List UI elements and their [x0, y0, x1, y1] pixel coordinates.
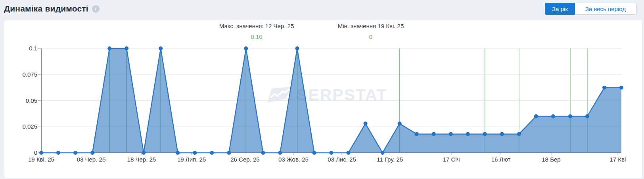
data-point[interactable]	[227, 151, 231, 155]
data-point[interactable]	[39, 151, 43, 155]
data-point[interactable]	[415, 132, 419, 136]
data-point[interactable]	[398, 121, 402, 125]
data-point[interactable]	[381, 151, 385, 155]
data-point[interactable]	[602, 86, 606, 90]
data-point[interactable]	[364, 121, 368, 125]
data-point[interactable]	[210, 151, 214, 155]
data-point[interactable]	[432, 132, 436, 136]
data-point[interactable]	[125, 46, 128, 50]
period-toggle: За рік За весь період	[545, 3, 636, 15]
data-point[interactable]	[278, 151, 282, 155]
max-value-annotation: Макс. значення: 12 Чер. 25 0.10	[193, 23, 320, 40]
data-point[interactable]	[159, 46, 163, 50]
widget-header: Динаміка видимості i	[4, 0, 100, 17]
data-point[interactable]	[244, 46, 248, 50]
data-point[interactable]	[568, 114, 572, 118]
data-point[interactable]	[347, 151, 351, 155]
data-point[interactable]	[517, 132, 521, 136]
data-point[interactable]	[90, 151, 94, 155]
min-value-annotation: Мін. значення 19 Кві. 25 0	[307, 23, 434, 40]
toggle-all-period-button[interactable]: За весь період	[575, 3, 636, 15]
max-annotation-value: 0.10	[193, 33, 320, 40]
min-annotation-label: Мін. значення 19 Кві. 25	[307, 23, 434, 29]
info-icon[interactable]: i	[92, 5, 100, 13]
data-point[interactable]	[142, 151, 146, 155]
data-point[interactable]	[295, 46, 299, 50]
data-point[interactable]	[73, 151, 77, 155]
data-point[interactable]	[551, 114, 555, 118]
data-point[interactable]	[176, 151, 180, 155]
toggle-year-button[interactable]: За рік	[545, 3, 575, 15]
data-point[interactable]	[312, 151, 316, 155]
data-point[interactable]	[449, 132, 453, 136]
data-point[interactable]	[56, 151, 60, 155]
data-point[interactable]	[107, 46, 111, 50]
page-title: Динаміка видимості	[4, 4, 88, 13]
data-point[interactable]	[483, 132, 487, 136]
max-annotation-label: Макс. значення: 12 Чер. 25	[193, 23, 320, 29]
data-point[interactable]	[330, 151, 334, 155]
min-annotation-value: 0	[307, 33, 434, 40]
data-point[interactable]	[466, 132, 470, 136]
data-point[interactable]	[534, 114, 538, 118]
data-point[interactable]	[261, 151, 265, 155]
data-point[interactable]	[500, 132, 504, 136]
data-point[interactable]	[585, 114, 589, 118]
data-point[interactable]	[193, 151, 197, 155]
data-point[interactable]	[619, 86, 623, 90]
chart-card	[4, 20, 642, 178]
